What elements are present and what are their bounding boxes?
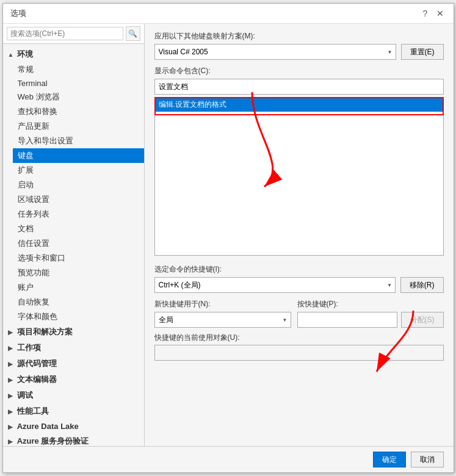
tree-item[interactable]: 文档 <box>13 222 144 236</box>
tree-item[interactable]: 字体和颜色 <box>13 309 144 324</box>
shortcut-dropdown-wrap: Ctrl+K (全局) <box>154 277 396 293</box>
tree-item[interactable]: 常规 <box>13 62 144 77</box>
mapping-label: 应用以下其他键盘映射方案(M): <box>154 31 444 41</box>
tree-group-collapsed[interactable]: ▶ 源代码管理 <box>3 356 144 372</box>
reset-button[interactable]: 重置(E) <box>401 44 444 60</box>
press-shortcut-col: 按快捷键(P): 分配(S) <box>297 299 444 328</box>
press-label: 按快捷键(P): <box>297 299 444 309</box>
dialog-footer: 确定 取消 <box>3 446 454 472</box>
scope-dropdown[interactable]: 全局 <box>154 312 291 328</box>
search-button[interactable]: 🔍 <box>126 26 140 41</box>
left-panel: 🔍 ▲ 环境 常规TerminalWeb 浏览器查找和替换产品更新导入和导出设置… <box>3 24 145 446</box>
tree-item[interactable]: 启动 <box>13 178 144 192</box>
tree-group-collapsed[interactable]: ▶ 工作项 <box>3 340 144 356</box>
tree-item[interactable]: 扩展 <box>13 163 144 178</box>
tree-group-collapsed[interactable]: ▶ Azure 服务身份验证 <box>3 433 144 446</box>
remove-button[interactable]: 移除(R) <box>400 277 444 293</box>
tree-group-collapsed[interactable]: ▶ 项目和解决方案 <box>3 324 144 340</box>
tree-item[interactable]: 键盘 <box>13 148 144 163</box>
usage-label: 快捷键的当前使用对象(U): <box>154 333 444 343</box>
close-button[interactable]: ✕ <box>434 7 446 20</box>
tree-item[interactable]: 账户 <box>13 280 144 295</box>
tree-group-collapsed[interactable]: ▶ Azure Data Lake <box>3 419 144 433</box>
chevron-right-icon: ▶ <box>8 329 15 336</box>
tree-container: ▲ 环境 常规TerminalWeb 浏览器查找和替换产品更新导入和导出设置键盘… <box>3 44 144 446</box>
tree-group-environment[interactable]: ▲ 环境 <box>3 46 144 62</box>
commands-input[interactable] <box>154 79 444 95</box>
chevron-right-icon: ▶ <box>8 424 15 430</box>
chevron-right-icon: ▶ <box>8 377 15 383</box>
chevron-right-icon: ▶ <box>8 408 15 415</box>
search-box: 🔍 <box>3 24 144 44</box>
tree-group-label: 环境 <box>17 49 33 59</box>
new-shortcut-label: 新快捷键用于(N): <box>154 299 291 309</box>
options-dialog: 选项 ? ✕ 🔍 ▲ 环境 常规TerminalWeb 浏览器查找和替换产品更新… <box>2 3 454 473</box>
tree-item[interactable]: 区域设置 <box>13 192 144 207</box>
right-panel-inner: 应用以下其他键盘映射方案(M): Visual C# 2005 重置(E) 显示… <box>154 31 444 439</box>
tree-item[interactable]: 自动恢复 <box>13 295 144 309</box>
usage-box <box>154 345 444 361</box>
shortcut-row: Ctrl+K (全局) 移除(R) <box>154 277 444 293</box>
tree-item[interactable]: 选项卡和窗口 <box>13 251 144 265</box>
new-scope-col: 新快捷键用于(N): 全局 <box>154 299 291 328</box>
list-item[interactable]: 编辑.设置文档的格式 <box>155 98 443 112</box>
chevron-right-icon: ▶ <box>8 345 15 352</box>
tree-item[interactable]: 查找和替换 <box>13 104 144 119</box>
mapping-dropdown-wrap: Visual C# 2005 <box>154 44 396 60</box>
tree-group-collapsed[interactable]: ▶ 调试 <box>3 388 144 403</box>
right-panel: 应用以下其他键盘映射方案(M): Visual C# 2005 重置(E) 显示… <box>145 24 454 446</box>
help-button[interactable]: ? <box>419 7 432 20</box>
dialog-body: 🔍 ▲ 环境 常规TerminalWeb 浏览器查找和替换产品更新导入和导出设置… <box>3 24 454 446</box>
tree-item[interactable]: 导入和导出设置 <box>13 134 144 148</box>
press-shortcut-input[interactable] <box>297 312 397 328</box>
title-controls: ? ✕ <box>419 7 446 20</box>
shortcut-label: 选定命令的快捷键(I): <box>154 264 444 275</box>
tree-item[interactable]: 信任设置 <box>13 236 144 251</box>
tree-item[interactable]: 任务列表 <box>13 207 144 222</box>
tree-group-collapsed[interactable]: ▶ 文本编辑器 <box>3 372 144 388</box>
ok-button[interactable]: 确定 <box>373 452 406 467</box>
dialog-title: 选项 <box>10 8 26 19</box>
list-box-container: 编辑.设置文档的格式 <box>154 97 444 256</box>
tree-item[interactable]: 产品更新 <box>13 119 144 134</box>
mapping-row: Visual C# 2005 重置(E) <box>154 44 444 60</box>
environment-children: 常规TerminalWeb 浏览器查找和替换产品更新导入和导出设置键盘扩展启动区… <box>3 62 144 324</box>
cancel-button[interactable]: 取消 <box>411 452 444 467</box>
title-bar: 选项 ? ✕ <box>3 4 454 24</box>
tree-item[interactable]: 预览功能 <box>13 265 144 280</box>
search-input[interactable] <box>7 27 123 40</box>
tree-item[interactable]: Web 浏览器 <box>13 90 144 104</box>
chevron-down-icon: ▲ <box>8 51 15 58</box>
commands-label: 显示命令包含(C): <box>154 66 444 76</box>
shortcut-section: 选定命令的快捷键(I): Ctrl+K (全局) 移除(R) 新快捷键用于(N)… <box>154 264 444 361</box>
chevron-right-icon: ▶ <box>8 392 15 399</box>
new-shortcut-row: 新快捷键用于(N): 全局 按快捷键(P): <box>154 299 444 328</box>
chevron-right-icon: ▶ <box>8 438 15 445</box>
scope-dropdown-wrap: 全局 <box>154 312 291 328</box>
tree-group-collapsed[interactable]: ▶ 性能工具 <box>3 403 144 419</box>
chevron-right-icon: ▶ <box>8 361 15 367</box>
commands-section: 显示命令包含(C): 编辑.设置文档的格式 <box>154 66 444 256</box>
shortcut-dropdown[interactable]: Ctrl+K (全局) <box>154 277 396 293</box>
assign-button[interactable]: 分配(S) <box>401 312 444 328</box>
tree-item[interactable]: Terminal <box>13 77 144 90</box>
mapping-dropdown[interactable]: Visual C# 2005 <box>154 44 396 60</box>
collapsed-groups: ▶ 项目和解决方案▶ 工作项▶ 源代码管理▶ 文本编辑器▶ 调试▶ 性能工具▶ … <box>3 324 144 446</box>
commands-list[interactable]: 编辑.设置文档的格式 <box>154 97 444 256</box>
